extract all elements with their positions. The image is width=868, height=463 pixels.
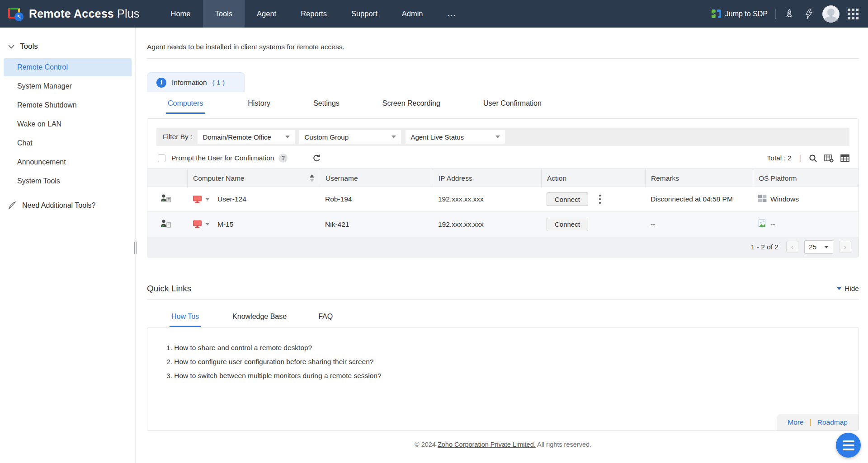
ql-tab-faq[interactable]: FAQ [318, 313, 333, 327]
jump-to-sdp-button[interactable]: Jump to SDP [712, 9, 768, 18]
sidebar-item-wake-on-lan[interactable]: Wake on LAN [4, 115, 132, 133]
roadmap-link[interactable]: Roadmap [817, 418, 848, 426]
chevron-down-icon [8, 45, 14, 49]
logo-arrow: ↖ [14, 12, 24, 21]
avatar-head [827, 9, 835, 16]
tab-computers[interactable]: Computers [166, 99, 205, 114]
brand[interactable]: ↖ Remote Access Plus [7, 7, 139, 21]
windows-os-icon [758, 195, 767, 204]
tab-screen-recording[interactable]: Screen Recording [382, 99, 440, 114]
tab-history[interactable]: History [248, 99, 270, 114]
filter-select-agent-live-status[interactable]: Agent Live Status [406, 130, 505, 144]
filter-select-domain-remote-office[interactable]: Domain/Remote Office [198, 130, 295, 144]
floating-menu-button[interactable] [836, 433, 861, 458]
how-to-link[interactable]: 2. How to configure user configuration b… [166, 358, 859, 366]
connect-button[interactable]: Connect [547, 218, 588, 231]
search-icon[interactable] [809, 154, 817, 163]
ip-address: 192.xxx.xx.xxx [438, 195, 484, 203]
sidebar-section-tools[interactable]: Tools [0, 38, 135, 57]
ql-tab-knowledge-base[interactable]: Knowledge Base [232, 313, 287, 327]
sidebar-item-system-tools[interactable]: System Tools [4, 172, 132, 190]
nav-item-reports[interactable]: Reports [288, 0, 339, 28]
column-header-computer-name: Computer Name [187, 169, 320, 187]
brand-light: Plus [117, 7, 139, 20]
username-cell: Rob-194 [320, 195, 433, 203]
sort-icon[interactable] [310, 174, 314, 182]
nav-overflow-button[interactable]: ... [435, 0, 469, 28]
prompt-user-checkbox[interactable] [158, 154, 165, 162]
remarks-text: -- [651, 220, 655, 229]
remote-session-icon[interactable] [193, 195, 209, 204]
row-menu-icon[interactable] [599, 195, 601, 204]
column-header-username: Username [320, 169, 433, 187]
nav-item-agent[interactable]: Agent [245, 0, 288, 28]
computers-table-header: Computer NameUsernameIP AddressActionRem… [147, 168, 859, 187]
sidebar-item-system-manager[interactable]: System Manager [4, 77, 132, 95]
body-row: Tools Remote ControlSystem ManagerRemote… [0, 28, 868, 463]
connect-button[interactable]: Connect [547, 192, 588, 206]
column-label: OS Platform [759, 174, 797, 182]
quick-links-box: 1. How to share and control a remote des… [147, 327, 859, 431]
nav-item-tools[interactable]: Tools [203, 0, 245, 28]
help-badge[interactable]: ? [278, 154, 288, 163]
rocket-icon[interactable] [783, 8, 795, 20]
column-label: IP Address [439, 174, 472, 182]
page-size-select[interactable]: 25 [804, 240, 833, 254]
sidebar-item-remote-shutdown[interactable]: Remote Shutdown [4, 96, 132, 114]
table-toolbar: Prompt the User for Confirmation ? Total… [147, 146, 859, 168]
caret-down-icon [824, 246, 829, 248]
brand-title: Remote Access Plus [29, 7, 139, 20]
information-tab[interactable]: i Information ( 1 ) [147, 72, 245, 92]
main-content: Agent needs to be installed in client sy… [136, 28, 868, 463]
sidebar-item-chat[interactable]: Chat [4, 134, 132, 152]
os-platform-cell: Windows [753, 195, 859, 204]
sidebar-item-announcement[interactable]: Announcement [4, 153, 132, 171]
next-page-button[interactable]: › [839, 241, 851, 253]
sidebar-item-remote-control[interactable]: Remote Control [4, 58, 132, 76]
ql-tab-how-tos[interactable]: How Tos [170, 313, 201, 327]
apps-grid-icon[interactable] [847, 8, 859, 20]
pagination-bar: 1 - 2 of 2 ‹ 25 › [147, 237, 859, 257]
nav-item-admin[interactable]: Admin [390, 0, 435, 28]
nav-item-home[interactable]: Home [158, 0, 203, 28]
broken-os-icon [758, 219, 767, 229]
lightning-icon[interactable] [803, 8, 815, 20]
sort-asc-icon [310, 174, 314, 178]
main-tabs: ComputersHistorySettingsScreen Recording… [147, 99, 859, 114]
need-additional-tools-link[interactable]: Need Additional Tools? [8, 197, 132, 213]
hide-label: Hide [844, 285, 859, 293]
filter-bar: Filter By : Domain/Remote OfficeCustom G… [156, 128, 849, 146]
zoho-link[interactable]: Zoho Corporation Private Limited. [438, 441, 536, 448]
sidebar-section-label: Tools [20, 42, 38, 51]
computer-name-cell: M-15 [187, 220, 320, 229]
remarks-cell: -- [645, 220, 753, 229]
os-platform-text: -- [770, 220, 775, 229]
info-icon: i [156, 78, 166, 88]
copyright-prefix: © 2024 [415, 441, 438, 448]
table-view-icon[interactable] [840, 154, 849, 162]
quick-links-tabs: How TosKnowledge BaseFAQ [147, 313, 859, 327]
tab-settings[interactable]: Settings [313, 99, 340, 114]
remote-session-icon[interactable] [193, 220, 209, 229]
agent-user-icon [160, 194, 171, 205]
filter-select-custom-group[interactable]: Custom Group [299, 130, 401, 144]
hide-quick-links-button[interactable]: Hide [837, 285, 859, 293]
caret-down-icon [837, 287, 841, 290]
prev-page-button[interactable]: ‹ [786, 241, 798, 253]
column-header-ip-address: IP Address [433, 169, 541, 187]
refresh-icon[interactable] [312, 154, 321, 163]
information-count: ( 1 ) [212, 79, 225, 87]
how-to-link[interactable]: 1. How to share and control a remote des… [166, 344, 859, 352]
more-link[interactable]: More [788, 418, 803, 426]
column-label: Username [326, 174, 358, 182]
prompt-user-label: Prompt the User for Confirmation [171, 154, 274, 162]
filter-select-value: Agent Live Status [410, 133, 464, 141]
add-column-icon[interactable] [824, 154, 834, 163]
avatar-body [824, 16, 838, 23]
nav-item-support[interactable]: Support [339, 0, 390, 28]
tab-user-confirmation[interactable]: User Confirmation [483, 99, 542, 114]
table-tools: Total : 2 | [767, 154, 849, 163]
how-to-link[interactable]: 3. How to switch between multiple monito… [166, 372, 859, 380]
computer-name-cell: User-124 [187, 195, 320, 204]
user-avatar[interactable] [822, 5, 840, 23]
